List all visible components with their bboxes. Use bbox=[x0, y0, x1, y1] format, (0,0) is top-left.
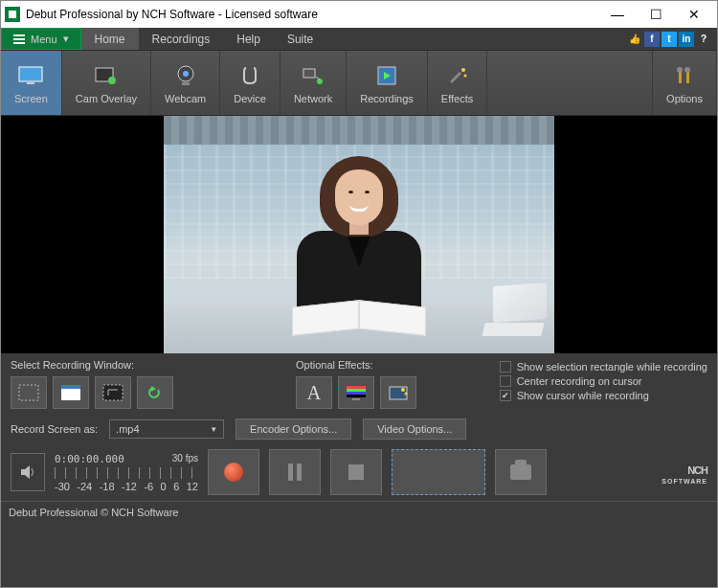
recordings-icon bbox=[373, 62, 400, 89]
record-as-row: Record Screen as: .mp4 ▼ Encoder Options… bbox=[1, 415, 717, 443]
effect-color[interactable] bbox=[338, 376, 374, 409]
svg-rect-26 bbox=[352, 398, 360, 400]
window-mode-restore[interactable] bbox=[137, 376, 173, 409]
snapshot-button[interactable] bbox=[495, 449, 547, 495]
status-text: Debut Professional © NCH Software bbox=[9, 507, 178, 518]
window-mode-window[interactable] bbox=[53, 376, 89, 409]
nch-logo: NCHSOFTWARE bbox=[662, 461, 707, 485]
svg-rect-17 bbox=[19, 385, 38, 400]
encoder-options-button[interactable]: Encoder Options... bbox=[236, 418, 351, 440]
like-icon[interactable]: 👍 bbox=[627, 32, 642, 47]
record-button[interactable] bbox=[208, 449, 259, 495]
maximize-button[interactable]: ☐ bbox=[637, 2, 675, 27]
facebook-icon[interactable]: f bbox=[644, 32, 660, 47]
help-icon[interactable]: ? bbox=[696, 32, 711, 47]
preview-area bbox=[1, 116, 717, 353]
menu-bar: Menu ▾ Home Recordings Help Suite 👍 f t … bbox=[1, 28, 717, 51]
svg-rect-23 bbox=[347, 386, 366, 389]
tab-help[interactable]: Help bbox=[223, 28, 274, 50]
pause-button[interactable] bbox=[269, 449, 321, 495]
toolbar-screen[interactable]: Screen bbox=[1, 51, 62, 115]
svg-point-5 bbox=[183, 71, 189, 77]
app-icon bbox=[5, 7, 20, 22]
camera-icon bbox=[510, 464, 531, 480]
svg-point-15 bbox=[677, 67, 683, 73]
recording-window-section: Select Recording Window: bbox=[11, 359, 173, 409]
menu-label: Menu bbox=[31, 34, 57, 45]
toolbar-recordings[interactable]: Recordings bbox=[347, 51, 428, 115]
chk-selection-rectangle[interactable]: Show selection rectangle while recording bbox=[500, 361, 707, 373]
minimize-button[interactable]: — bbox=[598, 2, 637, 27]
device-icon bbox=[236, 62, 263, 89]
svg-rect-0 bbox=[19, 67, 42, 81]
effect-filter[interactable] bbox=[380, 376, 416, 409]
chevron-down-icon: ▼ bbox=[210, 425, 217, 434]
video-options-button[interactable]: Video Options... bbox=[363, 418, 466, 440]
title-bar: Debut Professional by NCH Software - Lic… bbox=[1, 1, 717, 28]
webcam-icon bbox=[172, 62, 199, 89]
ruler-labels: -30-24-18-12-60612 bbox=[55, 481, 198, 492]
toolbar-options[interactable]: Options bbox=[652, 51, 717, 115]
close-button[interactable]: ✕ bbox=[675, 2, 713, 27]
cam-overlay-icon bbox=[93, 62, 120, 89]
network-icon bbox=[300, 62, 326, 89]
chk-show-cursor[interactable]: ✔Show cursor while recording bbox=[500, 390, 707, 401]
format-value: .mp4 bbox=[116, 423, 139, 435]
toolbar-effects[interactable]: Effects bbox=[428, 51, 487, 115]
svg-point-29 bbox=[405, 393, 408, 396]
window-mode-fullscreen[interactable] bbox=[11, 376, 47, 409]
menu-arrow-icon: ▾ bbox=[63, 33, 69, 45]
hamburger-icon bbox=[13, 34, 25, 44]
svg-point-12 bbox=[463, 74, 466, 77]
svg-rect-19 bbox=[61, 385, 80, 389]
time-block: 0:00:00.000 30 fps -30-24-18-12-60612 bbox=[55, 453, 198, 492]
options-panel: Select Recording Window: Optional Effect… bbox=[1, 353, 717, 415]
stop-button[interactable] bbox=[330, 449, 382, 495]
tab-home[interactable]: Home bbox=[81, 28, 139, 50]
checkbox-section: Show selection rectangle while recording… bbox=[500, 359, 707, 409]
effect-text[interactable]: A bbox=[296, 376, 332, 409]
svg-rect-7 bbox=[303, 69, 315, 78]
effects-icon bbox=[444, 62, 471, 89]
svg-rect-24 bbox=[347, 389, 366, 392]
svg-rect-25 bbox=[347, 392, 366, 395]
effects-section: Optional Effects: A bbox=[296, 359, 416, 409]
svg-point-11 bbox=[461, 68, 465, 72]
record-icon bbox=[224, 463, 243, 482]
timecode: 0:00:00.000 bbox=[55, 453, 124, 465]
svg-rect-20 bbox=[103, 385, 123, 400]
chk-center-cursor[interactable]: Center recording on cursor bbox=[500, 375, 707, 387]
controls-row: 0:00:00.000 30 fps -30-24-18-12-60612 NC… bbox=[1, 443, 717, 501]
social-icons: 👍 f t in ? bbox=[627, 28, 717, 50]
tab-recordings[interactable]: Recordings bbox=[139, 28, 224, 50]
svg-marker-30 bbox=[21, 465, 30, 479]
svg-point-28 bbox=[401, 388, 405, 392]
toolbar-cam-overlay[interactable]: Cam Overlay bbox=[62, 51, 151, 115]
tabs-container: Home Recordings Help Suite bbox=[81, 28, 327, 50]
toolbar-device[interactable]: Device bbox=[220, 51, 280, 115]
svg-point-3 bbox=[108, 77, 116, 84]
window-title: Debut Professional by NCH Software - Lic… bbox=[26, 8, 598, 21]
menu-button[interactable]: Menu ▾ bbox=[1, 28, 81, 50]
svg-point-16 bbox=[684, 67, 690, 73]
stop-icon bbox=[348, 464, 364, 480]
time-ruler[interactable] bbox=[55, 467, 198, 479]
svg-rect-1 bbox=[27, 82, 34, 84]
speaker-button[interactable] bbox=[11, 453, 45, 491]
fps-label: 30 fps bbox=[172, 453, 198, 465]
recording-window-label: Select Recording Window: bbox=[11, 359, 173, 371]
status-bar: Debut Professional © NCH Software bbox=[1, 501, 717, 522]
capture-area-button[interactable] bbox=[392, 449, 485, 495]
twitter-icon[interactable]: t bbox=[662, 32, 677, 47]
toolbar-network[interactable]: Network bbox=[280, 51, 347, 115]
svg-marker-21 bbox=[151, 386, 156, 392]
format-select[interactable]: .mp4 ▼ bbox=[109, 419, 224, 439]
preview-image bbox=[164, 116, 554, 353]
linkedin-icon[interactable]: in bbox=[679, 32, 694, 47]
screen-icon bbox=[17, 62, 44, 89]
window-mode-region[interactable] bbox=[95, 376, 131, 409]
tab-suite[interactable]: Suite bbox=[274, 28, 326, 50]
record-as-label: Record Screen as: bbox=[11, 423, 98, 435]
options-icon bbox=[671, 62, 698, 89]
toolbar-webcam[interactable]: Webcam bbox=[151, 51, 220, 115]
